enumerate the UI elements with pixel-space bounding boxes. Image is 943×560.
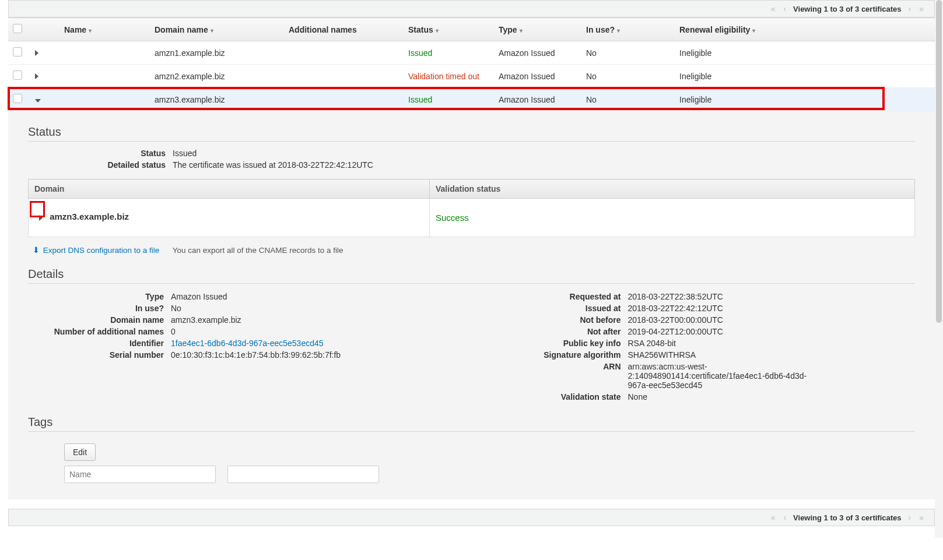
cell-domain: amzn3.example.biz xyxy=(150,88,284,111)
pagination-text: Viewing 1 to 3 of 3 certificates xyxy=(793,513,901,522)
detailed-status-label: Detailed status xyxy=(28,160,173,170)
detail-issued-at: 2018-03-22T22:42:12UTC xyxy=(628,304,916,313)
header-domain[interactable]: Domain name▾ xyxy=(150,18,284,41)
cell-type: Amazon Issued xyxy=(494,65,581,88)
export-note: You can export all of the CNAME records … xyxy=(173,246,343,255)
header-additional[interactable]: Additional names xyxy=(284,18,404,41)
header-inuse[interactable]: In use?▾ xyxy=(581,18,675,41)
cell-status: Validation timed out xyxy=(408,72,479,81)
cell-status: Issued xyxy=(408,95,432,104)
validation-status-cell: Success xyxy=(430,199,915,237)
cell-renewal: Ineligible xyxy=(675,41,935,65)
detail-type: Amazon Issued xyxy=(171,292,454,301)
prev-page-icon[interactable]: ‹ xyxy=(782,4,787,13)
last-page-icon[interactable]: » xyxy=(918,513,925,522)
header-type[interactable]: Type▾ xyxy=(494,18,581,41)
domain-validation-table: Domain Validation status amzn3.example.b… xyxy=(28,179,915,237)
detail-validation-state: None xyxy=(628,392,916,401)
cell-renewal: Ineligible xyxy=(675,65,935,88)
tags-section-title: Tags xyxy=(28,415,915,432)
expand-domain-icon[interactable] xyxy=(39,215,43,221)
cell-type: Amazon Issued xyxy=(494,41,581,65)
pagination-top: « ‹ Viewing 1 to 3 of 3 certificates › » xyxy=(8,0,935,17)
table-row[interactable]: amzn2.example.biz Validation timed out A… xyxy=(8,65,935,88)
vertical-scrollbar[interactable] xyxy=(935,0,943,538)
header-status[interactable]: Status▾ xyxy=(404,18,494,41)
pagination-bottom: « ‹ Viewing 1 to 3 of 3 certificates › » xyxy=(8,509,935,526)
cell-inuse: No xyxy=(581,65,675,88)
table-row[interactable]: amzn3.example.biz Issued Amazon Issued N… xyxy=(8,88,935,111)
header-renewal[interactable]: Renewal eligibility▾ xyxy=(675,18,935,41)
cell-type: Amazon Issued xyxy=(494,88,581,111)
header-select-all[interactable] xyxy=(8,18,30,41)
header-name[interactable]: Name▾ xyxy=(59,18,150,41)
detailed-status-value: The certificate was issued at 2018-03-22… xyxy=(173,160,915,170)
detail-sig-alg: SHA256WITHRSA xyxy=(628,350,916,360)
detail-not-before: 2018-03-22T00:00:00UTC xyxy=(628,315,916,325)
status-value: Issued xyxy=(173,149,915,158)
detail-inuse: No xyxy=(171,304,454,313)
tag-value-input[interactable] xyxy=(227,466,379,483)
expand-row-icon[interactable] xyxy=(35,73,38,79)
tag-name-input[interactable] xyxy=(64,466,216,483)
cell-renewal: Ineligible xyxy=(675,88,935,111)
export-line: ⬇ Export DNS configuration to a file You… xyxy=(33,245,915,255)
download-icon: ⬇ xyxy=(33,245,40,255)
row-checkbox[interactable] xyxy=(13,71,22,80)
row-checkbox[interactable] xyxy=(13,47,22,57)
collapse-row-icon[interactable] xyxy=(35,99,41,103)
status-section-title: Status xyxy=(28,125,915,142)
cell-inuse: No xyxy=(581,41,675,65)
cell-inuse: No xyxy=(581,88,675,111)
status-kv-list: Status Issued Detailed status The certif… xyxy=(28,147,915,171)
export-dns-link[interactable]: Export DNS configuration to a file xyxy=(43,246,160,255)
pagination-text: Viewing 1 to 3 of 3 certificates xyxy=(793,5,901,13)
details-columns: TypeAmazon Issued In use?No Domain namea… xyxy=(28,291,915,403)
detail-requested-at: 2018-03-22T22:38:52UTC xyxy=(628,292,916,301)
table-row[interactable]: amzn1.example.biz Issued Amazon Issued N… xyxy=(8,41,935,65)
status-label: Status xyxy=(28,149,173,158)
detail-serial: 0e:10:30:f3:1c:b4:1e:b7:54:bb:f3:99:62:5… xyxy=(171,350,454,360)
detail-domain: amzn3.example.biz xyxy=(171,315,454,325)
domain-header: Domain xyxy=(29,179,430,199)
scrollbar-thumb[interactable] xyxy=(936,0,942,323)
detail-additional-count: 0 xyxy=(171,327,454,336)
detail-public-key: RSA 2048-bit xyxy=(628,339,916,348)
prev-page-icon[interactable]: ‹ xyxy=(782,513,787,522)
detail-identifier-link[interactable]: 1fae4ec1-6db6-4d3d-967a-eec5e53ecd45 xyxy=(171,339,324,348)
domain-name-cell: amzn3.example.biz xyxy=(50,212,129,221)
validation-status-header: Validation status xyxy=(430,179,915,199)
select-all-checkbox[interactable] xyxy=(13,24,22,33)
edit-tags-button[interactable]: Edit xyxy=(64,443,96,461)
expand-row-icon[interactable] xyxy=(35,50,38,56)
first-page-icon[interactable]: « xyxy=(770,4,777,13)
first-page-icon[interactable]: « xyxy=(770,513,777,522)
last-page-icon[interactable]: » xyxy=(918,4,925,13)
details-section-title: Details xyxy=(28,267,915,284)
cell-domain: amzn1.example.biz xyxy=(150,41,284,65)
certificates-table: Name▾ Domain name▾ Additional names Stat… xyxy=(8,17,935,111)
detail-arn: arn:aws:acm:us-west-2:140948901414:certi… xyxy=(628,362,826,390)
detail-not-after: 2019-04-22T12:00:00UTC xyxy=(628,327,916,336)
cell-status: Issued xyxy=(408,48,432,58)
certificate-detail-panel: Status Status Issued Detailed status The… xyxy=(8,111,935,499)
cell-domain: amzn2.example.biz xyxy=(150,65,284,88)
next-page-icon[interactable]: › xyxy=(907,4,913,13)
next-page-icon[interactable]: › xyxy=(907,513,913,522)
row-checkbox[interactable] xyxy=(13,94,22,103)
